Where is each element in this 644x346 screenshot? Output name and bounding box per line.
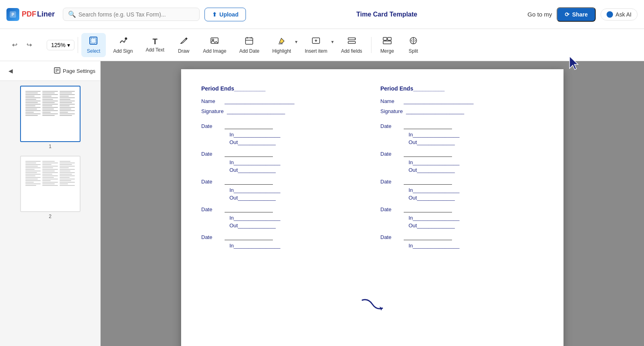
tool-merge[interactable]: Merge xyxy=(375,33,400,57)
tool-add-date[interactable]: Add Date xyxy=(233,33,265,57)
search-bar[interactable]: 🔍 xyxy=(63,8,200,21)
right-date-line-4 xyxy=(404,212,452,212)
insert-item-label: Insert item xyxy=(305,48,327,54)
right-entry-1: Date In________________ Out_____________ xyxy=(380,123,543,145)
right-in-2: In________________ xyxy=(409,159,460,165)
right-entry-2: Date In________________ Out_____________ xyxy=(380,151,543,173)
tool-draw[interactable]: Draw xyxy=(171,33,196,57)
page-settings-label: Page Settings xyxy=(63,68,95,74)
svg-rect-20 xyxy=(383,41,391,44)
left-name-field: Name ________________________ xyxy=(201,98,364,104)
svg-text:P: P xyxy=(12,12,14,17)
page-thumb-1[interactable]: 1 xyxy=(20,86,80,149)
add-fields-icon xyxy=(347,36,356,47)
goto-button[interactable]: Go to my xyxy=(528,11,552,18)
share-icon: ⟳ xyxy=(565,11,570,18)
right-entry-5: Date In________________ xyxy=(380,234,543,249)
right-name-label: Name xyxy=(380,98,400,104)
left-in-4: In________________ xyxy=(229,215,281,221)
page-number-2: 2 xyxy=(20,214,80,219)
svg-rect-18 xyxy=(383,37,387,40)
toolbar-separator-1 xyxy=(78,37,78,53)
tool-add-sign[interactable]: Add Sign xyxy=(107,33,138,57)
timecard-left-column: Period Ends__________ Name _____________… xyxy=(201,85,364,254)
logo-pdf: PDF xyxy=(22,10,36,19)
toolbar: ↩ ↪ 125% ▾ Select Add Sign T Add Text xyxy=(0,29,644,61)
right-out-3: Out_____________ xyxy=(409,195,455,201)
sidebar-collapse-button[interactable]: ◀ xyxy=(5,65,16,76)
tool-insert-item[interactable]: Insert item xyxy=(299,33,333,57)
zoom-control[interactable]: 125% ▾ xyxy=(47,40,74,50)
right-signature-field: Signature ____________________ xyxy=(380,108,543,114)
highlight-chevron-icon[interactable]: ▾ xyxy=(295,39,297,45)
left-date-label-4: Date xyxy=(201,206,221,212)
pages-list: 1 xyxy=(0,81,100,346)
ask-ai-icon xyxy=(607,11,613,18)
right-date-line-5 xyxy=(404,240,452,240)
undo-button[interactable]: ↩ xyxy=(8,39,21,51)
upload-button[interactable]: ⬆ Upload xyxy=(204,8,246,21)
insert-item-chevron-icon[interactable]: ▾ xyxy=(331,39,334,45)
ask-ai-button[interactable]: Ask AI xyxy=(601,8,638,21)
right-in-4: In________________ xyxy=(409,215,460,221)
insert-item-icon xyxy=(312,36,320,47)
left-date-line-3 xyxy=(225,184,273,185)
left-period-ends: Period Ends__________ xyxy=(201,85,364,92)
svg-rect-7 xyxy=(246,38,253,44)
right-out-2: Out_____________ xyxy=(409,167,455,173)
tool-split[interactable]: Split xyxy=(401,33,425,57)
tool-add-text[interactable]: T Add Text xyxy=(140,34,170,56)
right-in-3: In________________ xyxy=(409,187,460,193)
ask-ai-label: Ask AI xyxy=(615,11,632,18)
add-text-icon: T xyxy=(153,37,157,45)
left-name-label: Name xyxy=(201,98,221,104)
left-out-4: Out_____________ xyxy=(229,222,276,229)
redo-button[interactable]: ↪ xyxy=(23,39,35,51)
left-out-3: Out_____________ xyxy=(229,195,276,201)
select-icon xyxy=(89,36,98,47)
left-entry-2: Date In________________ Out_____________ xyxy=(201,151,364,173)
document-viewer[interactable]: Period Ends__________ Name _____________… xyxy=(101,61,644,346)
page-thumb-2[interactable]: 2 xyxy=(20,156,80,219)
split-icon xyxy=(409,36,418,47)
toolbar-separator-2 xyxy=(371,37,372,53)
right-in-1: In________________ xyxy=(409,132,460,138)
share-button[interactable]: ⟳ Share xyxy=(557,7,596,22)
right-date-label-3: Date xyxy=(380,179,400,185)
search-icon: 🔍 xyxy=(68,10,76,18)
select-label: Select xyxy=(87,48,100,54)
left-entry-4: Date In________________ Out_____________ xyxy=(201,206,364,229)
tool-add-image[interactable]: Add Image xyxy=(197,33,232,57)
left-date-label-2: Date xyxy=(201,151,221,157)
main-content: ◀ Page Settings xyxy=(0,61,644,346)
logo-liner: Liner xyxy=(37,10,55,19)
sidebar-header: ◀ Page Settings xyxy=(0,61,100,81)
page-settings-button[interactable]: Page Settings xyxy=(54,67,95,75)
tool-select[interactable]: Select xyxy=(81,33,106,57)
right-signature-line: ____________________ xyxy=(406,108,464,114)
left-out-2: Out_____________ xyxy=(229,167,276,173)
search-input[interactable] xyxy=(78,11,194,18)
left-date-label-1: Date xyxy=(201,123,221,129)
tool-highlight[interactable]: Highlight xyxy=(266,33,297,57)
right-entry-3: Date In________________ Out_____________ xyxy=(380,179,543,201)
arrow-decoration xyxy=(360,296,384,314)
logo[interactable]: P PDFLiner xyxy=(6,8,55,21)
right-signature-label: Signature xyxy=(380,108,403,114)
right-date-label-4: Date xyxy=(380,206,400,212)
right-date-label-2: Date xyxy=(380,151,400,157)
share-label: Share xyxy=(572,11,588,18)
right-period-ends: Period Ends__________ xyxy=(380,85,543,92)
add-image-label: Add Image xyxy=(203,48,226,54)
add-sign-label: Add Sign xyxy=(113,48,133,54)
tool-add-fields[interactable]: Add fields xyxy=(335,33,368,57)
upload-icon: ⬆ xyxy=(212,11,217,18)
left-name-line: ________________________ xyxy=(225,98,295,104)
right-date-line-1 xyxy=(404,129,452,129)
page-number-1: 1 xyxy=(20,144,80,149)
page-preview-1 xyxy=(20,86,80,142)
logo-icon: P xyxy=(6,8,19,21)
right-date-label-5: Date xyxy=(380,234,400,240)
right-name-field: Name ________________________ xyxy=(380,98,543,104)
right-out-4: Out_____________ xyxy=(409,222,455,229)
